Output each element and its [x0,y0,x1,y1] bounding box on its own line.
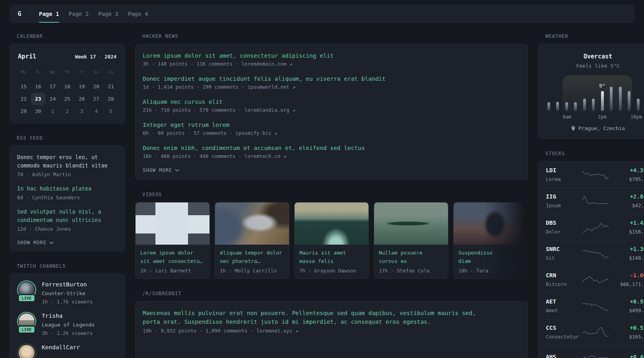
stock-price: $156.28 [609,228,644,235]
video-card[interactable]: Nullam posuere cursus ex 17h · Stefan Co… [374,202,448,279]
hackernews-card: Lorem ipsum dolor sit amet, consectetur … [135,44,528,180]
story-link[interactable]: Donec imperdiet augue tincidunt felis al… [143,74,520,83]
video-title[interactable]: Nullam posuere cursus ex [379,249,443,265]
rss-show-more-button[interactable]: SHOW MORE [17,240,54,245]
rss-item: Donec tempor eros leo, ut commodo mauris… [17,153,117,178]
stock-row[interactable]: DBS Dolor +1.42% $156.28 [546,214,644,240]
calendar-day[interactable]: 26 [74,93,89,105]
video-card[interactable]: Lorem ipsum dolor sit amet consectetu… 1… [135,202,210,279]
calendar-day[interactable]: 29 [16,105,31,117]
post-link[interactable]: Maecenas mollis pulvinar erat non posuer… [143,309,489,326]
channel-viewers: 3h · 1.2k viewers [42,330,95,337]
page-tab[interactable]: Page 4 [123,5,153,22]
stock-symbol: SNRC [546,245,582,253]
chevron-down-icon [49,241,54,244]
time-label: 10pm [630,114,642,120]
rss-item-link[interactable]: Sed volutpat nulla nisl, a condimentum n… [17,208,117,224]
stock-row[interactable]: IIG Ipsum +2.84% $42.04 [546,188,644,214]
calendar-day[interactable]: 2 [60,105,75,117]
stock-row[interactable]: SNRC Sit +1.36% $148.64 [546,240,644,267]
calendar-day[interactable]: 18 [60,80,75,93]
stock-symbol: DBS [546,219,582,227]
stock-change: -1.00% [609,272,644,279]
calendar-day[interactable]: 28 [103,93,118,105]
story-link[interactable]: Aliquam nec cursus elit [143,97,520,106]
calendar-day[interactable]: 4 [89,105,104,117]
calendar-day[interactable]: 19 [74,80,89,93]
video-title[interactable]: Aliquam tempor dolor nec pharetra… [220,249,284,265]
calendar-day[interactable]: 22 [16,93,31,105]
app-logo[interactable]: G [10,5,29,22]
calendar-day[interactable]: 20 [89,80,104,93]
calendar-day[interactable]: 27 [89,93,104,105]
calendar-day[interactable]: 15 [16,80,31,93]
calendar-weekday-row: Mo Tu We Th Fr Sa Su [16,68,118,80]
temperature-bars [547,86,644,111]
external-link-icon[interactable]: ↗ [292,84,295,90]
weekday-label: Mo [16,68,31,77]
calendar-day[interactable]: 23 [31,93,46,105]
hackernews-show-more-button[interactable]: SHOW MORE [143,167,179,173]
external-link-icon[interactable]: ↗ [274,130,277,136]
video-title[interactable]: Suspendisse diam [458,249,523,265]
story-link[interactable]: Lorem ipsum dolor sit amet, consectetur … [143,51,520,60]
calendar-day[interactable]: 17 [45,80,60,93]
calendar-day[interactable]: 24 [45,93,60,105]
hackernews-item: Donec imperdiet augue tincidunt felis al… [143,74,520,91]
avatar [19,345,35,358]
stock-price: $66,171.48 [609,281,644,288]
stock-values: +0.92% $499.72 [609,298,644,314]
video-meta: 1h · Lori Barnett [140,268,205,274]
page-tab[interactable]: Page 3 [93,5,123,22]
story-link[interactable]: Donec enim nibh, condimentum et accumsan… [143,144,520,152]
calendar-day[interactable]: 25 [60,93,75,105]
video-info: Nullam posuere cursus ex 17h · Stefan Co… [374,245,448,278]
calendar-day[interactable]: 16 [31,80,46,93]
stock-name: Bitcorn [546,281,582,288]
page-tab[interactable]: Page 1 [34,5,64,22]
external-link-icon[interactable]: ↗ [292,107,295,113]
stock-row[interactable]: CCS Consectetur +0.51% $165.84 [546,319,644,345]
video-meta: 1h · Molly Carrillo [220,268,284,274]
calendar-day[interactable]: 30 [31,105,46,117]
video-card[interactable]: Aliquam tempor dolor nec pharetra… 1h · … [215,202,289,279]
calendar-day[interactable]: 1 [45,105,60,117]
story-link[interactable]: Integer eget rutrum lorem [143,121,520,129]
video-card[interactable]: Mauris sit amet massa felis 7h · Grayson… [294,202,369,279]
calendar-day[interactable]: 5 [103,105,118,117]
external-link-icon[interactable]: ↗ [289,61,293,67]
channel-name: ForrestBurton [42,280,93,288]
hackernews-item: Donec enim nibh, condimentum et accumsan… [143,144,520,160]
rss-item-link[interactable]: In hac habitasse platea [17,185,117,193]
stock-row[interactable]: LDI Lorem +4.35% $795.18 [546,162,644,188]
weekday-label: We [45,68,60,77]
twitch-channel[interactable]: LIVE Trisha League of Legends 3h · 1.2k … [17,312,117,337]
stock-name: Consectetur [546,333,582,340]
stock-row[interactable]: AHS +0.46% [546,345,644,358]
stock-change: +0.51% [609,324,644,332]
temperature-bar [610,87,613,111]
calendar-days-grid: 15 16 17 18 19 20 21 [16,80,118,117]
separator-dot: · [99,53,102,61]
stock-symbol: AET [546,298,582,305]
video-title[interactable]: Mauris sit amet massa felis [299,249,364,265]
video-title[interactable]: Lorem ipsum dolor sit amet consectetu… [140,249,205,265]
rss-item-link[interactable]: Donec tempor eros leo, ut commodo mauris… [17,153,117,170]
rss-item: In hac habitasse platea 8d · Cynthia Sau… [17,185,117,201]
twitch-channel[interactable]: KendallCarr [17,343,117,358]
twitch-channel[interactable]: LIVE ForrestBurton Counter-Strike 1h · 1… [17,280,117,305]
page-tab[interactable]: Page 2 [64,5,94,22]
calendar-day[interactable]: 21 [103,80,118,93]
videos-widget: VIDEOS Lorem ipsum dolor sit amet consec… [135,192,528,279]
calendar-day[interactable]: 3 [74,105,89,117]
temperature-bar [574,102,577,111]
channel-info: Trisha League of Legends 3h · 1.2k viewe… [42,312,95,337]
video-thumbnail [295,202,369,245]
external-link-icon[interactable]: ↗ [283,153,287,159]
stock-id: CCS Consectetur [546,324,582,340]
rss-item-meta: 12d · Chance Jones [17,225,117,233]
video-card[interactable]: Suspendisse diam 18h · Tara [453,202,528,279]
stock-row[interactable]: CRN Bitcorn -1.00% $66,171.48 [546,267,644,293]
stock-row[interactable]: AET Amet +0.92% $499.72 [546,293,644,319]
external-link-icon[interactable]: ↗ [295,328,299,334]
